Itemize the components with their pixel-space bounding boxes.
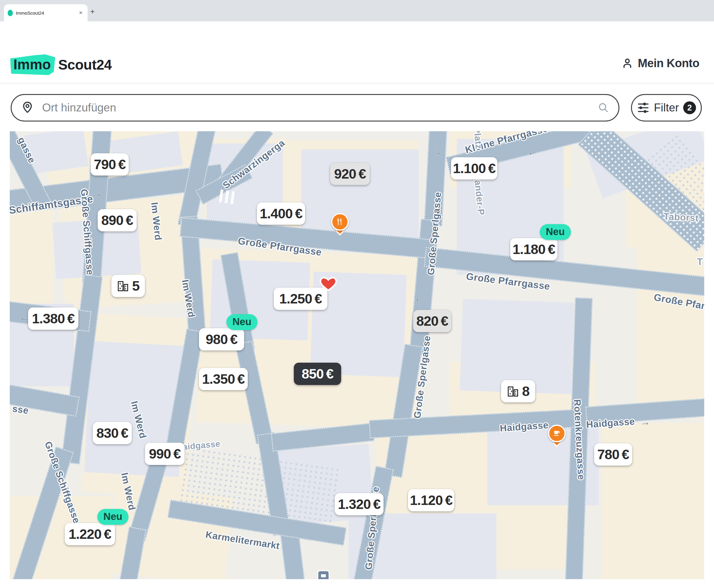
price-label: 850 € [301,366,333,382]
neu-badge: Neu [540,224,571,240]
price-marker[interactable]: 1.220 €Neu [65,523,115,545]
favorite-heart-icon[interactable] [320,275,337,291]
price-label: 1.220 € [69,526,111,542]
price-label: 920 € [334,166,366,182]
location-pin-icon [21,101,34,115]
price-marker[interactable]: 850 € [294,363,341,385]
price-label: 790 € [94,156,125,172]
cafe-poi-pin-icon[interactable] [548,425,566,448]
logo-immo-highlight: Immo [10,54,55,75]
price-label: 990 € [149,446,181,462]
price-marker[interactable]: 830 € [93,422,132,444]
search-row: Ort hinzufügen Filter 2 [0,84,714,131]
price-marker[interactable]: 990 € [145,443,185,465]
search-icon[interactable] [598,102,609,113]
road-direction-arrow-icon: ↓ [414,291,420,303]
road-direction-arrow-icon: → [640,416,651,428]
price-marker[interactable]: 1.180 €Neu [510,238,558,260]
price-label: 1.120 € [410,492,453,508]
road-direction-arrow-icon: ↓ [436,145,441,157]
price-label: 1.250 € [279,291,322,307]
cluster-count: 5 [132,278,139,294]
price-label: 1.350 € [202,371,245,387]
price-marker[interactable]: 1.400 € [257,203,305,225]
street-label: T [697,256,703,268]
price-marker[interactable]: 1.100 € [451,157,497,180]
site-header: Immo Scout24 Mein Konto [0,43,714,84]
price-marker[interactable]: 820 € [413,310,451,332]
cluster-count: 8 [522,383,529,399]
transit-station-icon[interactable] [317,570,329,579]
price-marker[interactable]: 890 € [98,209,137,231]
logo-scout-text: Scout24 [58,57,112,73]
price-marker[interactable]: 1.380 € [28,308,79,330]
price-marker[interactable]: 1.320 € [335,493,384,515]
person-icon [621,57,633,70]
account-button[interactable]: Mein Konto [621,57,699,70]
street-label: Taborst [663,211,699,224]
price-label: 780 € [597,447,629,463]
neu-badge: Neu [226,314,258,330]
site-favicon [8,10,13,16]
price-label: 1.180 € [513,241,555,257]
street-label: Platz [471,131,484,150]
cluster-marker[interactable]: 5 [111,275,145,297]
price-marker[interactable]: 1.250 € [274,288,327,310]
cluster-marker[interactable]: 8 [501,380,535,402]
browser-tabstrip: ImmoScout24 ✕ + [0,0,714,21]
map-canvas[interactable]: SchiffamtsgassegasseGroße SchiffgasseGro… [10,131,704,579]
price-label: 1.380 € [32,311,75,327]
price-marker[interactable]: 920 € [330,163,370,185]
price-label: 830 € [96,425,128,441]
filter-button[interactable]: Filter 2 [631,94,702,122]
filter-label: Filter [654,101,679,114]
price-label: 1.320 € [338,497,381,512]
restaurant-poi-pin-icon[interactable] [331,213,349,236]
price-marker[interactable]: 1.350 € [199,368,248,390]
account-label: Mein Konto [638,57,699,70]
road-direction-arrow-icon: → [91,187,103,200]
search-placeholder: Ort hinzufügen [42,101,598,114]
map-block [10,200,54,304]
street-label: sse [12,403,29,416]
price-marker[interactable]: 980 €Neu [199,328,244,351]
neu-badge: Neu [98,509,128,525]
new-tab-button[interactable]: + [90,8,94,15]
price-label: 980 € [205,332,237,348]
tab-title: ImmoScout24 [16,10,78,16]
price-marker[interactable]: 1.120 € [408,489,454,511]
tab-close-icon[interactable]: ✕ [78,9,84,16]
filter-count-badge: 2 [683,101,696,114]
browser-tab[interactable]: ImmoScout24 ✕ [4,4,88,21]
price-label: 890 € [101,212,133,228]
price-marker[interactable]: 780 € [594,443,632,466]
location-search-input[interactable]: Ort hinzufügen [11,94,620,122]
immoscout-logo[interactable]: Immo Scout24 [10,54,112,75]
browser-toolbar: ← → ↻ https://www.immobilienscout24.at ☆… [0,21,714,43]
filter-sliders-icon [637,101,650,114]
price-label: 1.100 € [453,161,496,176]
crosswalk [219,189,237,204]
price-label: 1.400 € [260,206,302,222]
price-label: 820 € [416,313,448,329]
price-marker[interactable]: 790 € [91,153,129,175]
